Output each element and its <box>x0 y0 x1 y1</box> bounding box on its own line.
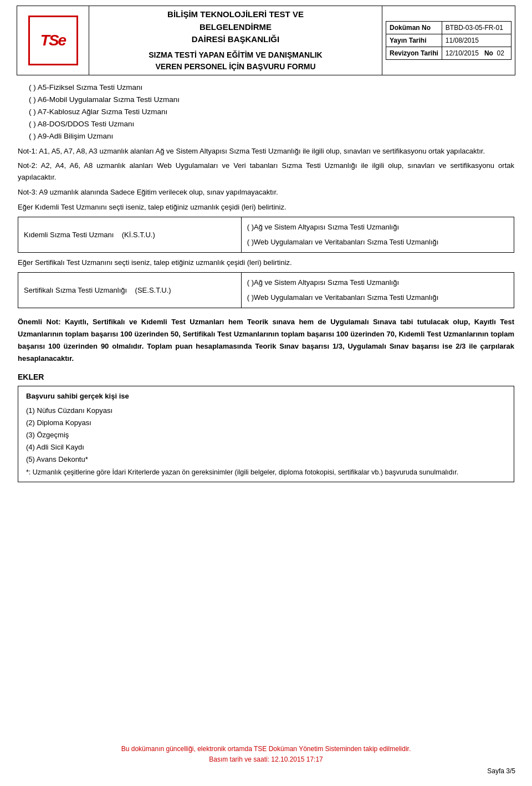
checkbox-a5[interactable]: ( ) A5-Fiziksel Sızma Testi Uzmanı <box>29 83 514 91</box>
ekler-section: EKLER Başvuru sahibi gerçek kişi ise (1)… <box>18 372 514 482</box>
no-value: 02 <box>497 49 504 57</box>
sertifikali-label: Sertifikalı Sızma Testi Uzmanlığı <box>24 286 127 294</box>
kidemli-option-1[interactable]: ( )Ağ ve Sistem Altyapısı Sızma Testi Uz… <box>247 222 508 233</box>
meta-cell: Doküman No BTBD-03-05-FR-01 Yayın Tarihi… <box>382 6 515 75</box>
content: ( ) A5-Fiziksel Sızma Testi Uzmanı ( ) A… <box>17 75 515 736</box>
logo: TSe <box>28 16 78 65</box>
kidemli-option-2[interactable]: ( )Web Uygulamaları ve Veritabanları Sız… <box>247 237 508 248</box>
rev-label: Revizyon Tarihi <box>386 47 442 59</box>
list-item: (4) Adli Sicil Kaydı <box>26 441 506 453</box>
sertifikali-options-cell: ( )Ağ ve Sistem Altyapısı Sızma Testi Uz… <box>241 272 514 308</box>
sertifikali-label-cell: Sertifikalı Sızma Testi Uzmanlığı (SE.S.… <box>18 272 242 308</box>
kidemli-table: Kıdemli Sızma Testi Uzmanı (Kİ.S.T.U.) (… <box>18 217 514 253</box>
list-item: (1) Nüfus Cüzdanı Kopyası <box>26 405 506 417</box>
kidemli-intro: Eğer Kıdemli Test Uzmanını seçti iseniz,… <box>18 203 514 211</box>
rev-value: 12/10/2015 No 02 <box>442 47 511 59</box>
basvuru-note: *: Uzmanlık çeşitlerine göre İdari Krite… <box>26 468 506 476</box>
basvuru-box: Başvuru sahibi gerçek kişi ise (1) Nüfus… <box>18 386 514 482</box>
sertifikali-option-2[interactable]: ( )Web Uygulamaları ve Veritabanları Sız… <box>247 292 508 303</box>
basvuru-list: (1) Nüfus Cüzdanı Kopyası (2) Diploma Ko… <box>26 405 506 466</box>
note2: Not-2: A2, A4, A6, A8 uzmanlık alanları … <box>18 160 514 183</box>
pub-label: Yayın Tarihi <box>386 34 442 47</box>
pub-value: 11/08/2015 <box>442 34 511 47</box>
list-item: (5) Avans Dekontu* <box>26 453 506 466</box>
list-item: (3) Özgeçmiş <box>26 429 506 441</box>
footer-note: Bu dokümanın güncelliği, elektronik orta… <box>17 744 515 765</box>
logo-text: TSe <box>40 32 65 49</box>
doc-label: Doküman No <box>386 21 442 34</box>
meta-table: Doküman No BTBD-03-05-FR-01 Yayın Tarihi… <box>386 21 511 60</box>
checkboxes-section: ( ) A5-Fiziksel Sızma Testi Uzmanı ( ) A… <box>18 83 514 140</box>
basvuru-title: Başvuru sahibi gerçek kişi ise <box>26 392 506 400</box>
note3: Not-3: A9 uzmanlık alanında Sadece Eğiti… <box>18 187 514 198</box>
kidemli-options-cell: ( )Ağ ve Sistem Altyapısı Sızma Testi Uz… <box>241 217 514 252</box>
important-note: Önemli Not: Kayıtlı, Sertifikalı ve Kıde… <box>18 316 514 365</box>
sertifikali-option-1[interactable]: ( )Ağ ve Sistem Altyapısı Sızma Testi Uz… <box>247 277 508 288</box>
header-subtitle: SIZMA TESTİ YAPAN EĞİTİM VE DANIŞMANLIK … <box>93 49 378 73</box>
header-title: BİLİŞİM TEKNOLOJİLERİ TEST VE BELGELENDİ… <box>93 8 378 46</box>
no-label: No <box>484 49 493 57</box>
list-item: (2) Diploma Kopyası <box>26 417 506 429</box>
checkbox-a6[interactable]: ( ) A6-Mobil Uygulamalar Sızma Testi Uzm… <box>29 95 514 104</box>
page: TSe BİLİŞİM TEKNOLOJİLERİ TEST VE BELGEL… <box>0 0 532 786</box>
note1: Not-1: A1, A5, A7, A8, A3 uzmanlık alanl… <box>18 146 514 157</box>
doc-value: BTBD-03-05-FR-01 <box>442 21 511 34</box>
logo-cell: TSe <box>17 6 89 75</box>
kidemli-label: Kıdemli Sızma Testi Uzmanı <box>24 231 114 239</box>
title-cell: BİLİŞİM TEKNOLOJİLERİ TEST VE BELGELENDİ… <box>89 6 382 75</box>
notes-section: Not-1: A1, A5, A7, A8, A3 uzmanlık alanl… <box>18 146 514 198</box>
kidemli-abbr: (Kİ.S.T.U.) <box>122 231 155 239</box>
kidemli-label-cell: Kıdemli Sızma Testi Uzmanı (Kİ.S.T.U.) <box>18 217 242 252</box>
ekler-title: EKLER <box>18 372 514 381</box>
page-number: Sayfa 3/5 <box>17 767 515 775</box>
sertifikali-abbr: (SE.S.T.U.) <box>135 286 171 294</box>
checkbox-a7[interactable]: ( ) A7-Kablosuz Ağlar Sızma Testi Uzmanı <box>29 108 514 116</box>
footer: Bu dokümanın güncelliği, elektronik orta… <box>17 736 515 775</box>
sertifikali-intro: Eğer Sertifikalı Test Uzmanını seçti ise… <box>18 258 514 267</box>
checkbox-a8[interactable]: ( ) A8-DOS/DDOS Testi Uzmanı <box>29 120 514 128</box>
sertifikali-table: Sertifikalı Sızma Testi Uzmanlığı (SE.S.… <box>18 272 514 308</box>
checkbox-a9[interactable]: ( ) A9-Adli Bilişim Uzmanı <box>29 132 514 140</box>
header-table: TSe BİLİŞİM TEKNOLOJİLERİ TEST VE BELGEL… <box>17 6 515 75</box>
